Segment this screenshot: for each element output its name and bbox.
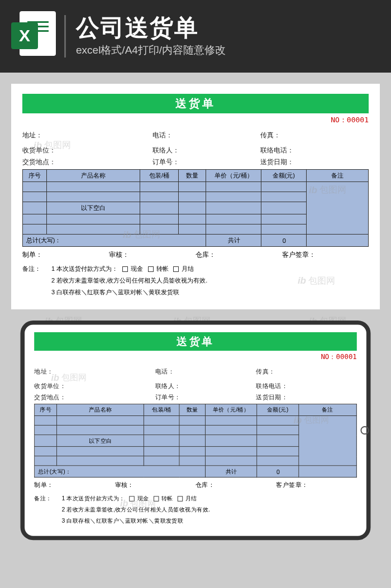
total-row: 总计(大写)： 共计 0 — [23, 235, 369, 247]
checkbox-cash[interactable] — [122, 266, 128, 272]
table-row — [35, 415, 357, 425]
checkbox-transfer[interactable] — [153, 496, 159, 501]
col-name: 产品名称 — [47, 170, 140, 182]
checkbox-transfer[interactable] — [148, 266, 154, 272]
total-label: 总计(大写)： — [23, 235, 206, 247]
phone-label: 电话： — [152, 131, 261, 140]
note-2: 2 若收方未盖章签收,收方公司任何相关人员签收视为有效. — [62, 504, 357, 515]
col-amount: 金额(元) — [261, 170, 306, 182]
info-row-3: 交货地点： 订单号： 送货日期： — [22, 157, 369, 167]
maker-label: 制单： — [22, 250, 109, 260]
total-row: 总计(大写)： 共计 0 — [35, 465, 357, 477]
table-header: 序号 产品名称 包装/桶 数量 单价（元/桶） 金额(元) 备注 — [35, 404, 357, 415]
warehouse-label: 仓库： — [196, 250, 282, 260]
checkbox-monthly[interactable] — [173, 266, 179, 272]
col-qty: 数量 — [178, 170, 206, 182]
main-title: 公司送货单 — [76, 15, 380, 41]
info-row-1: 地址： 电话： 传真： — [34, 367, 357, 376]
note-2: 2 若收方未盖章签收,收方公司任何相关人员签收视为有效. — [51, 275, 369, 286]
loc-label: 交货地点： — [22, 157, 152, 167]
blank-below: 以下空白 — [47, 202, 140, 214]
items-table: 序号 产品名称 包装/桶 数量 单价（元/桶） 金额(元) 备注 以下空白 总计… — [34, 404, 357, 477]
sheet-title: 送货单 — [22, 94, 369, 113]
serial-number: NO：00001 — [22, 115, 369, 125]
notes-section: 备注： 1 本次送货付款方式为： 现金 转帐 月结 2 若收方未盖章签收,收方公… — [34, 493, 357, 526]
customer-label: 客户签章： — [282, 250, 369, 260]
excel-icon: X — [11, 11, 56, 61]
title-block: 公司送货单 excel格式/A4打印/内容随意修改 — [64, 15, 380, 58]
note-1: 1 本次送货付款方式为： 现金 转帐 月结 — [62, 493, 357, 504]
checkbox-cash[interactable] — [130, 496, 135, 501]
signature-row: 制单： 审核： 仓库： 客户签章： — [34, 481, 357, 490]
info-row-1: 地址： 电话： 传真： — [22, 131, 369, 140]
delivery-sheet-tablet: 送货单 NO：00001 地址： 电话： 传真： 收货单位： 联络人： 联络电话… — [21, 321, 371, 540]
table-row — [23, 182, 369, 192]
delivery-sheet-large: 送货单 NO：00001 地址： 电话： 传真： 收货单位： 联络人： 联络电话… — [11, 84, 380, 309]
table-header: 序号 产品名称 包装/桶 数量 单价（元/桶） 金额(元) 备注 — [23, 170, 369, 182]
info-row-2: 收货单位： 联络人： 联络电话： — [34, 381, 357, 390]
col-price: 单价（元/桶） — [206, 170, 261, 182]
col-seq: 序号 — [23, 170, 47, 182]
checkbox-monthly[interactable] — [177, 496, 183, 501]
notes-section: 备注： 1 本次送货付款方式为： 现金 转帐 月结 2 若收方未盖章签收,收方公… — [22, 263, 369, 298]
sum-value: 0 — [261, 235, 306, 247]
contact-label: 联络人： — [152, 146, 261, 155]
note-3: 3 白联存根＼红联客户＼蓝联对帐＼黄联发货联 — [62, 515, 357, 526]
notes-label: 备注： — [22, 263, 51, 298]
signature-row: 制单： 审核： 仓库： 客户签章： — [22, 250, 369, 260]
info-row-3: 交货地点： 订单号： 送货日期： — [34, 393, 357, 401]
sub-title: excel格式/A4打印/内容随意修改 — [76, 43, 380, 58]
auditor-label: 审核： — [109, 250, 196, 260]
col-pack: 包装/桶 — [140, 170, 178, 182]
items-table: 序号 产品名称 包装/桶 数量 单价（元/桶） 金额(元) 备注 以下空白 总计… — [22, 169, 369, 247]
sheet-title: 送货单 — [34, 332, 357, 351]
info-row-2: 收货单位： 联络人： 联络电话： — [22, 146, 369, 155]
date-label: 送货日期： — [260, 157, 369, 167]
col-remark: 备注 — [306, 170, 368, 182]
serial-number: NO：00001 — [34, 352, 357, 362]
address-label: 地址： — [22, 131, 152, 140]
notes-content: 1 本次送货付款方式为： 现金 转帐 月结 2 若收方未盖章签收,收方公司任何相… — [51, 263, 369, 298]
tel-label: 联络电话： — [260, 146, 369, 155]
promo-header: X 公司送货单 excel格式/A4打印/内容随意修改 — [0, 0, 391, 73]
note-1: 1 本次送货付款方式为： 现金 转帐 月结 — [51, 263, 369, 275]
recv-label: 收货单位： — [22, 146, 152, 155]
tablet-home-button — [360, 426, 369, 434]
fax-label: 传真： — [260, 131, 369, 140]
note-3: 3 白联存根＼红联客户＼蓝联对帐＼黄联发货联 — [51, 286, 369, 298]
order-label: 订单号： — [152, 157, 261, 167]
sum-label: 共计 — [206, 235, 261, 247]
